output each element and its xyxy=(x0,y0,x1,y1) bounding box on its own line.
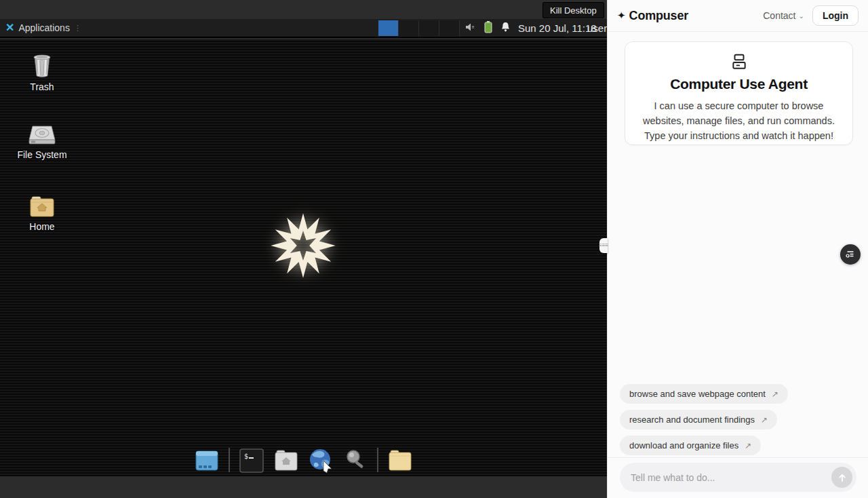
desktop-icon-label: File System xyxy=(0,149,84,160)
chat-input-container xyxy=(620,463,856,492)
dock: $ xyxy=(0,446,607,475)
desktop-icon-trash[interactable]: Trash xyxy=(0,52,84,92)
screen: ✕ Applications ⋮ Sun xyxy=(0,0,868,498)
battery-icon[interactable] xyxy=(484,21,492,36)
suggestion-organize-files[interactable]: download and organize files ↗ xyxy=(620,436,761,455)
suggestion-label: browse and save webpage content xyxy=(629,389,766,399)
trash-can-icon xyxy=(0,52,84,79)
remote-desktop-view: ✕ Applications ⋮ Sun xyxy=(0,0,607,498)
suggestion-research-findings[interactable]: research and document findings ↗ xyxy=(620,410,777,429)
xfce-logo-icon: ✕ xyxy=(5,22,14,33)
dock-documents-folder-icon[interactable] xyxy=(386,446,414,475)
sparkle-icon: ✦ xyxy=(617,9,626,22)
external-link-arrow-icon: ↗ xyxy=(772,389,778,399)
brand-name: Compuser xyxy=(629,9,688,23)
panel-grip-icon: ⋮ xyxy=(74,24,81,33)
volume-muted-icon[interactable] xyxy=(465,22,476,35)
desktop-star-logo xyxy=(266,208,340,286)
suggestion-browse-webpages[interactable]: browse and save webpage content ↗ xyxy=(620,384,788,404)
workspace-4[interactable] xyxy=(439,20,460,36)
letterbox-top xyxy=(0,0,607,19)
hard-drive-icon xyxy=(0,122,84,147)
chevron-down-icon: ⌄ xyxy=(799,12,804,20)
workspace-3[interactable] xyxy=(419,20,439,36)
login-button[interactable]: Login xyxy=(812,5,859,26)
workspace-2[interactable] xyxy=(399,20,419,36)
desktop-icon-home[interactable]: Home xyxy=(0,194,84,232)
applications-menu[interactable]: ✕ Applications ⋮ xyxy=(3,19,83,37)
brand-logo: ✦ Compuser xyxy=(617,9,688,23)
send-button[interactable] xyxy=(831,467,852,488)
agent-intro-card: Computer Use Agent I can use a secure co… xyxy=(625,41,853,145)
letterbox-bottom xyxy=(0,476,607,498)
dock-separator xyxy=(229,448,230,472)
grip-icon: ≡≡≡ xyxy=(599,243,608,248)
agent-card-description: I can use a secure computer to browse we… xyxy=(625,99,852,143)
workspace-1[interactable] xyxy=(378,20,399,36)
desktop-icon-label: Trash xyxy=(0,81,84,92)
chat-input[interactable] xyxy=(631,472,831,483)
contact-dropdown[interactable]: Contact ⌄ xyxy=(763,10,804,21)
dock-separator xyxy=(377,448,378,472)
list-icon xyxy=(846,250,855,259)
computer-icon xyxy=(625,53,852,71)
dock-window-manager-icon[interactable] xyxy=(193,446,221,475)
agent-chat-panel: ✦ Compuser Contact ⌄ Login Computer Use … xyxy=(607,0,868,498)
kill-desktop-tooltip: Kill Desktop xyxy=(542,2,604,18)
suggestion-label: download and organize files xyxy=(629,440,738,451)
external-link-arrow-icon: ↗ xyxy=(745,441,751,451)
suggestion-list: browse and save webpage content ↗ resear… xyxy=(620,384,788,455)
dock-app-finder-icon[interactable] xyxy=(341,446,370,475)
agent-card-title: Computer Use Agent xyxy=(625,76,852,92)
external-link-arrow-icon: ↗ xyxy=(761,415,768,425)
workspace-switcher xyxy=(378,20,460,36)
taskbar-clock[interactable]: Sun 20 Jul, 11:18 xyxy=(518,22,597,34)
dock-web-browser-icon[interactable] xyxy=(307,446,335,475)
arrow-up-icon xyxy=(837,473,847,482)
dock-home-file-manager-icon[interactable] xyxy=(272,446,300,475)
input-divider xyxy=(608,457,868,458)
taskbar-username: user xyxy=(587,22,607,34)
notifications-bell-icon[interactable] xyxy=(500,22,511,35)
desktop-background: Trash File System xyxy=(0,39,607,476)
home-folder-icon xyxy=(0,194,84,218)
panel-header: ✦ Compuser Contact ⌄ Login xyxy=(608,0,868,32)
taskbar-status-area xyxy=(465,22,511,35)
suggestion-label: research and document findings xyxy=(629,415,755,425)
svg-text:$: $ xyxy=(244,453,248,460)
contact-label: Contact xyxy=(763,10,795,21)
dock-terminal-icon[interactable]: $ xyxy=(237,446,266,475)
desktop-icon-file-system[interactable]: File System xyxy=(0,122,84,160)
task-list-button[interactable] xyxy=(840,244,861,265)
taskbar: ✕ Applications ⋮ Sun xyxy=(0,19,607,38)
applications-menu-label: Applications xyxy=(18,22,70,33)
panel-drawer-handle[interactable]: ≡≡≡ xyxy=(599,238,608,253)
desktop-icon-label: Home xyxy=(0,221,84,232)
